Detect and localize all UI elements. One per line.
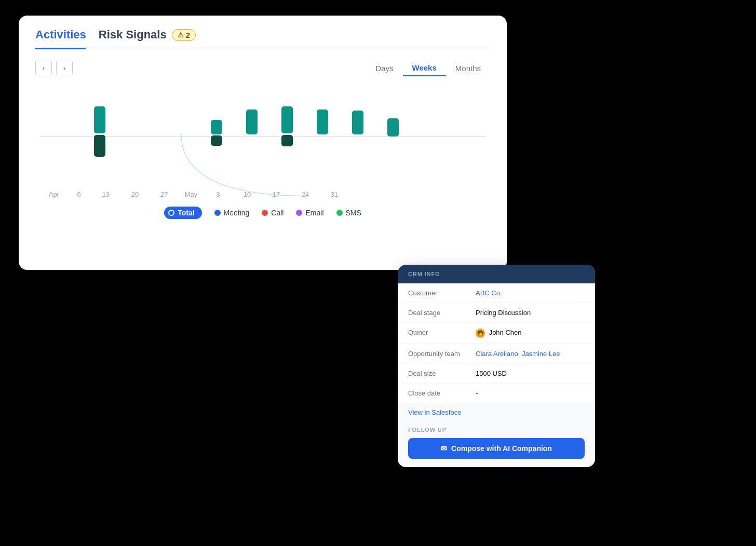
risk-badge: ⚠ 2: [172, 29, 196, 41]
meeting-dot: [214, 210, 221, 216]
svg-rect-9: [352, 111, 363, 134]
x-label-apr: Apr: [42, 190, 66, 198]
crm-body: Customer ABC Co. Deal stage Pricing Disc…: [398, 283, 595, 421]
legend-meeting[interactable]: Meeting: [214, 207, 250, 219]
x-label-6: 6: [66, 190, 91, 198]
svg-rect-2: [94, 135, 105, 157]
crm-owner-row: Owner 🧑 John Chen: [398, 323, 595, 344]
crm-customer-row: Customer ABC Co.: [398, 283, 595, 303]
svg-rect-6: [281, 106, 293, 133]
svg-rect-8: [317, 110, 328, 134]
crm-header: CRM INFO: [398, 265, 595, 283]
crm-owner-label: Owner: [408, 329, 476, 336]
warning-icon: ⚠: [178, 31, 184, 39]
days-button[interactable]: Days: [366, 60, 402, 76]
crm-deal-stage-value: Pricing Discussion: [476, 309, 531, 317]
time-controls: ‹ › Days Weeks Months: [35, 60, 490, 76]
activities-card: Activities Risk Signals ⚠ 2 ‹ › Days Wee…: [19, 16, 507, 270]
crm-opp-team-value[interactable]: Clara Arellano, Jasmine Lee: [476, 350, 560, 358]
x-label-13: 13: [91, 190, 120, 198]
crm-deal-stage-row: Deal stage Pricing Discussion: [398, 303, 595, 323]
next-button[interactable]: ›: [56, 60, 73, 76]
total-icon: [168, 210, 174, 216]
sms-dot: [336, 210, 343, 216]
email-dot: [296, 210, 302, 216]
crm-customer-label: Customer: [408, 289, 476, 297]
crm-customer-value[interactable]: ABC Co.: [476, 289, 502, 297]
time-toggle: Days Weeks Months: [366, 60, 490, 76]
view-in-salesforce-link[interactable]: View in Salesfoce: [398, 403, 595, 421]
main-container: Activities Risk Signals ⚠ 2 ‹ › Days Wee…: [19, 16, 512, 280]
legend-email[interactable]: Email: [296, 207, 323, 219]
legend-total[interactable]: Total: [164, 207, 201, 219]
crm-deal-size-row: Deal size 1500 USD: [398, 364, 595, 384]
svg-rect-5: [246, 110, 258, 134]
svg-rect-7: [281, 135, 293, 146]
legend-call[interactable]: Call: [262, 207, 284, 219]
svg-rect-3: [211, 120, 222, 134]
crm-card: CRM INFO Customer ABC Co. Deal stage Pri…: [398, 265, 595, 467]
tab-activities[interactable]: Activities: [35, 28, 86, 49]
tabs: Activities Risk Signals ⚠ 2: [35, 28, 490, 49]
crm-deal-size-label: Deal size: [408, 370, 476, 377]
svg-rect-10: [387, 118, 399, 136]
legend: Total Meeting Call Email SMS: [35, 207, 490, 219]
legend-sms[interactable]: SMS: [336, 207, 361, 219]
tab-risk-signals[interactable]: Risk Signals ⚠ 2: [99, 28, 196, 49]
crm-close-date-value: -: [476, 389, 478, 397]
nav-buttons: ‹ ›: [35, 60, 73, 76]
x-axis: Apr 6 13 20 27 May 3 10 17 24 31: [35, 190, 490, 198]
mail-icon: ✉: [441, 444, 447, 453]
svg-rect-1: [94, 106, 105, 133]
weeks-button[interactable]: Weeks: [403, 60, 446, 76]
compose-button[interactable]: ✉ Compose with AI Companion: [408, 438, 585, 459]
owner-avatar: 🧑: [476, 329, 485, 338]
crm-opp-team-row: Opportunity team Clara Arellano, Jasmine…: [398, 344, 595, 364]
crm-owner-value: 🧑 John Chen: [476, 329, 522, 338]
crm-close-date-row: Close date -: [398, 384, 595, 403]
x-label-27: 27: [150, 190, 179, 198]
chart-svg: [35, 85, 490, 188]
call-dot: [262, 210, 268, 216]
chart-area: [35, 85, 490, 188]
svg-rect-4: [211, 135, 222, 146]
follow-up-label: FOLLOW UP: [408, 427, 585, 433]
crm-deal-size-value: 1500 USD: [476, 370, 507, 377]
x-label-17: 17: [262, 190, 291, 198]
crm-deal-stage-label: Deal stage: [408, 309, 476, 317]
follow-up-section: FOLLOW UP ✉ Compose with AI Companion: [398, 421, 595, 467]
x-label-24: 24: [291, 190, 320, 198]
x-label-31: 31: [320, 190, 349, 198]
x-label-may: May: [179, 190, 204, 198]
prev-button[interactable]: ‹: [35, 60, 52, 76]
crm-close-date-label: Close date: [408, 389, 476, 397]
x-label-10: 10: [233, 190, 262, 198]
crm-opp-team-label: Opportunity team: [408, 350, 476, 358]
x-label-3: 3: [204, 190, 233, 198]
x-label-20: 20: [120, 190, 150, 198]
months-button[interactable]: Months: [446, 60, 490, 76]
